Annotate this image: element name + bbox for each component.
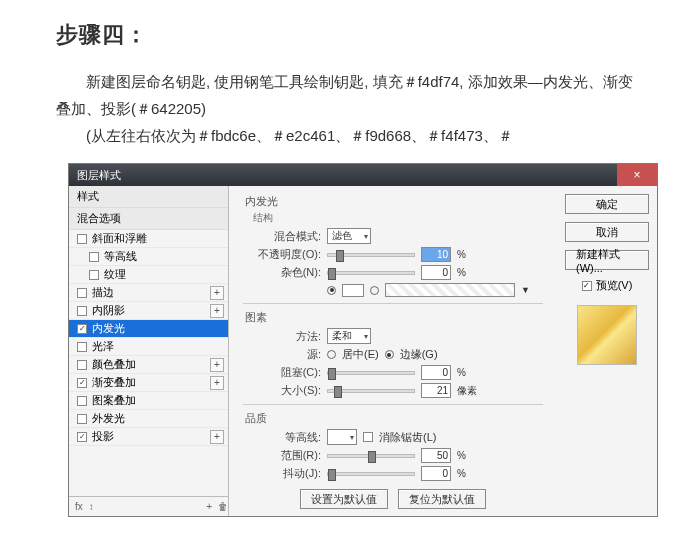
- fx-icon[interactable]: fx: [75, 501, 83, 512]
- style-label: 光泽: [92, 339, 224, 354]
- method-label: 方法:: [253, 329, 321, 344]
- sidebar-header-styles[interactable]: 样式: [69, 186, 228, 208]
- choke-input[interactable]: 0: [421, 365, 451, 380]
- style-checkbox[interactable]: [77, 306, 87, 316]
- group-inner-glow: 内发光: [245, 194, 547, 209]
- settings-panel: 内发光 结构 混合模式: 滤色 不透明度(O): 10 % 杂色(N): 0 %: [229, 186, 557, 516]
- blend-mode-label: 混合模式:: [253, 229, 321, 244]
- layer-style-dialog: 图层样式 × 样式 混合选项 斜面和浮雕等高线纹理描边+内阴影+✓内发光光泽颜色…: [68, 163, 658, 517]
- add-effect-icon[interactable]: +: [210, 358, 224, 372]
- preview-checkbox[interactable]: ✓: [582, 281, 592, 291]
- sidebar-item-9[interactable]: 图案叠加: [69, 392, 228, 410]
- style-checkbox[interactable]: [77, 414, 87, 424]
- style-checkbox[interactable]: [77, 360, 87, 370]
- trash-icon[interactable]: 🗑: [218, 501, 228, 512]
- method-select[interactable]: 柔和: [327, 328, 371, 344]
- arrow-up-down-icon[interactable]: ↕: [89, 501, 94, 512]
- style-checkbox[interactable]: [89, 270, 99, 280]
- range-slider[interactable]: [327, 454, 415, 458]
- choke-slider[interactable]: [327, 371, 415, 375]
- gradient-picker[interactable]: [385, 283, 515, 297]
- sidebar-item-0[interactable]: 斜面和浮雕: [69, 230, 228, 248]
- noise-input[interactable]: 0: [421, 265, 451, 280]
- sidebar-item-2[interactable]: 纹理: [69, 266, 228, 284]
- color-radio[interactable]: [327, 286, 336, 295]
- make-default-button[interactable]: 设置为默认值: [300, 489, 388, 509]
- style-checkbox[interactable]: [89, 252, 99, 262]
- add-effect-icon[interactable]: +: [210, 430, 224, 444]
- size-slider[interactable]: [327, 389, 415, 393]
- opacity-input[interactable]: 10: [421, 247, 451, 262]
- opacity-label: 不透明度(O):: [253, 247, 321, 262]
- range-label: 范围(R):: [253, 448, 321, 463]
- add-effect-icon[interactable]: +: [210, 286, 224, 300]
- sidebar-item-6[interactable]: 光泽: [69, 338, 228, 356]
- sidebar-item-5[interactable]: ✓内发光: [69, 320, 228, 338]
- cancel-button[interactable]: 取消: [565, 222, 649, 242]
- sidebar-item-8[interactable]: ✓渐变叠加+: [69, 374, 228, 392]
- noise-slider[interactable]: [327, 271, 415, 275]
- style-label: 内阴影: [92, 303, 210, 318]
- style-label: 纹理: [104, 267, 224, 282]
- contour-label: 等高线:: [253, 430, 321, 445]
- range-input[interactable]: 50: [421, 448, 451, 463]
- chevron-down-icon[interactable]: ▼: [521, 285, 530, 295]
- style-label: 图案叠加: [92, 393, 224, 408]
- style-checkbox[interactable]: ✓: [77, 324, 87, 334]
- sidebar-footer: fx ↕ + 🗑: [69, 496, 228, 516]
- add-effect-icon[interactable]: +: [210, 304, 224, 318]
- sidebar-item-10[interactable]: 外发光: [69, 410, 228, 428]
- sidebar-item-11[interactable]: ✓投影+: [69, 428, 228, 446]
- reset-default-button[interactable]: 复位为默认值: [398, 489, 486, 509]
- style-label: 内发光: [92, 321, 224, 336]
- antialias-checkbox[interactable]: [363, 432, 373, 442]
- group-quality: 品质: [245, 411, 547, 426]
- style-label: 描边: [92, 285, 210, 300]
- style-checkbox[interactable]: [77, 234, 87, 244]
- step-heading: 步骤四：: [56, 20, 634, 50]
- ok-button[interactable]: 确定: [565, 194, 649, 214]
- style-checkbox[interactable]: [77, 342, 87, 352]
- close-icon[interactable]: ×: [617, 164, 657, 186]
- new-style-button[interactable]: 新建样式(W)...: [565, 250, 649, 270]
- style-checkbox[interactable]: [77, 396, 87, 406]
- sidebar-item-7[interactable]: 颜色叠加+: [69, 356, 228, 374]
- style-label: 投影: [92, 429, 210, 444]
- add-effect-icon[interactable]: +: [210, 376, 224, 390]
- instruction-2: (从左往右依次为＃fbdc6e、＃e2c461、＃f9d668、＃f4f473、…: [56, 122, 634, 149]
- styles-sidebar: 样式 混合选项 斜面和浮雕等高线纹理描边+内阴影+✓内发光光泽颜色叠加+✓渐变叠…: [69, 186, 229, 516]
- sidebar-item-4[interactable]: 内阴影+: [69, 302, 228, 320]
- color-swatch[interactable]: [342, 284, 364, 297]
- style-label: 斜面和浮雕: [92, 231, 224, 246]
- preview-swatch: [577, 305, 637, 365]
- opacity-slider[interactable]: [327, 253, 415, 257]
- jitter-slider[interactable]: [327, 472, 415, 476]
- group-elements: 图素: [245, 310, 547, 325]
- noise-label: 杂色(N):: [253, 265, 321, 280]
- percent-label: %: [457, 249, 466, 260]
- jitter-label: 抖动(J):: [253, 466, 321, 481]
- source-center-radio[interactable]: [327, 350, 336, 359]
- px-label: 像素: [457, 384, 477, 398]
- size-label: 大小(S):: [253, 383, 321, 398]
- blend-mode-select[interactable]: 滤色: [327, 228, 371, 244]
- style-checkbox[interactable]: [77, 288, 87, 298]
- style-checkbox[interactable]: ✓: [77, 378, 87, 388]
- add-icon[interactable]: +: [206, 501, 212, 512]
- preview-label: 预览(V): [596, 278, 633, 293]
- source-edge-radio[interactable]: [385, 350, 394, 359]
- dialog-actions: 确定 取消 新建样式(W)... ✓ 预览(V): [557, 186, 657, 516]
- style-checkbox[interactable]: ✓: [77, 432, 87, 442]
- style-label: 外发光: [92, 411, 224, 426]
- sidebar-header-blend[interactable]: 混合选项: [69, 208, 228, 230]
- subgroup-structure: 结构: [253, 211, 547, 225]
- contour-select[interactable]: [327, 429, 357, 445]
- jitter-input[interactable]: 0: [421, 466, 451, 481]
- gradient-radio[interactable]: [370, 286, 379, 295]
- dialog-titlebar[interactable]: 图层样式 ×: [69, 164, 657, 186]
- style-label: 渐变叠加: [92, 375, 210, 390]
- source-label: 源:: [253, 347, 321, 362]
- size-input[interactable]: 21: [421, 383, 451, 398]
- sidebar-item-1[interactable]: 等高线: [69, 248, 228, 266]
- sidebar-item-3[interactable]: 描边+: [69, 284, 228, 302]
